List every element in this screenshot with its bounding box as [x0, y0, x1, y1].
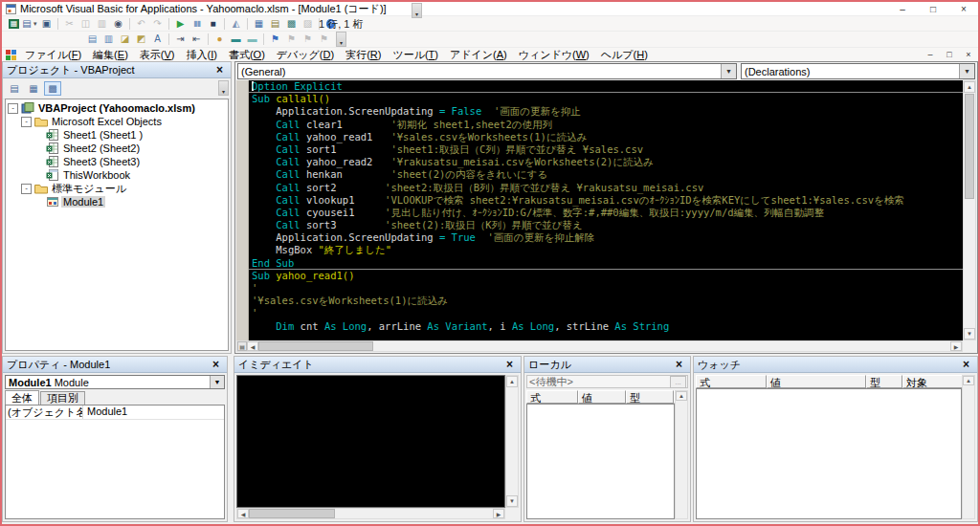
redo-button[interactable]: ↷ [149, 17, 166, 31]
quick-info-button[interactable]: ◪ [117, 33, 133, 46]
view-object-button[interactable]: ▦ [25, 81, 42, 96]
code-line[interactable]: Sub callall() [249, 93, 963, 105]
design-mode-button[interactable]: ◭ [228, 17, 244, 31]
scroll-left-icon[interactable]: ◀ [237, 509, 249, 518]
list-constants-button[interactable]: ▥ [100, 33, 117, 46]
object-dropdown[interactable]: (General) ▼ [237, 63, 737, 79]
chevron-down-icon[interactable]: ▼ [210, 376, 224, 388]
code-line[interactable]: End Sub [249, 257, 963, 270]
mdi-close-button[interactable]: × [963, 49, 974, 59]
mdi-child-icon[interactable] [6, 50, 16, 60]
immediate-close-icon[interactable]: × [502, 359, 517, 371]
code-line[interactable]: ' [249, 307, 963, 319]
locals-grid[interactable] [526, 404, 675, 519]
procedure-dropdown[interactable]: (Declarations) ▼ [741, 63, 975, 79]
code-line[interactable]: Call cyousei1 '見出し貼り付け、ｵｰｸｼｮﾝID:G/標準、数字:… [249, 207, 963, 219]
tree-item-std-module-folder[interactable]: -標準モジュール [6, 182, 228, 195]
close-button[interactable]: × [957, 3, 970, 15]
toggle-folders-button[interactable]: ▩ [44, 81, 61, 96]
property-row[interactable]: (オブジェクト名)Module1 [6, 405, 224, 420]
code-line[interactable]: Dim cnt As Long, arrLine As Variant, i A… [249, 320, 963, 333]
mdi-minimize-button[interactable]: – [924, 49, 936, 59]
view-excel-button[interactable]: ▦ [6, 17, 22, 31]
next-bookmark-button[interactable]: ⚑ [283, 33, 300, 46]
menu-debug[interactable]: デバッグ(D) [271, 48, 340, 62]
copy-button[interactable]: ◫ [78, 17, 94, 31]
watch-grid[interactable] [696, 388, 962, 519]
chevron-down-icon[interactable]: ▼ [721, 64, 736, 78]
properties-tab-all[interactable]: 全体 [5, 390, 39, 405]
menu-addins[interactable]: アドイン(A) [444, 48, 513, 62]
scroll-up-icon[interactable]: ▲ [963, 376, 974, 385]
menu-insert[interactable]: 挿入(I) [180, 48, 222, 62]
code-line[interactable]: Call sort1 'sheet1:取扱日（C列）昇順で並び替え ¥sales… [249, 143, 963, 156]
scroll-down-icon[interactable]: ▼ [964, 328, 975, 340]
toolbox-button[interactable]: ▩ [283, 17, 300, 31]
code-line[interactable]: Sub yahoo_read1() [249, 270, 963, 282]
code-line[interactable]: Application.ScreenUpdating = True '画面の更新… [249, 231, 963, 244]
code-editor[interactable]: Option ExplicitSub callall() Application… [249, 80, 963, 340]
previous-bookmark-button[interactable]: ⚑ [300, 33, 316, 46]
column-header[interactable]: 値 [578, 390, 626, 404]
code-line[interactable]: Call yahoo_read1 '¥sales.csvをWorksheets(… [249, 131, 963, 143]
clear-bookmarks-button[interactable]: ⚑ [316, 33, 332, 46]
column-header[interactable]: 対象 [902, 375, 964, 388]
code-line[interactable]: Call henkan 'sheet(2)の内容をきれいにする [249, 168, 963, 181]
menu-window[interactable]: ウィンドウ(W) [513, 48, 595, 62]
parameter-info-button[interactable]: ◩ [133, 33, 149, 46]
tree-item-sheet3[interactable]: Sheet3 (Sheet3) [6, 155, 228, 168]
scrollbar-thumb[interactable] [965, 94, 974, 199]
toolbar-overflow-handle[interactable]: ▾ [336, 32, 346, 47]
scroll-up-icon[interactable]: ▲ [676, 391, 687, 401]
menu-help[interactable]: ヘルプ(H) [595, 48, 654, 62]
minimize-button[interactable]: – [896, 3, 909, 15]
immediate-content[interactable] [236, 375, 505, 508]
complete-word-button[interactable]: A [149, 33, 166, 46]
list-properties-button[interactable]: ▤ [84, 33, 100, 46]
properties-tab-categorized[interactable]: 項目別 [40, 391, 85, 405]
scrollbar-thumb[interactable] [258, 341, 373, 351]
code-line[interactable]: Application.ScreenUpdating = False '画面の更… [249, 105, 963, 118]
project-explorer-close-icon[interactable]: × [212, 64, 227, 77]
scroll-down-icon[interactable]: ▼ [506, 495, 518, 507]
break-button[interactable]: ▮▮ [189, 17, 205, 31]
code-horizontal-scrollbar[interactable]: ▤ ◀ ▶ [236, 340, 963, 352]
locals-vertical-scrollbar[interactable]: ▲ [675, 390, 688, 519]
menu-format[interactable]: 書式(O) [223, 48, 271, 62]
code-vertical-scrollbar[interactable]: ▲ ▼ [963, 80, 976, 340]
maximize-button[interactable]: □ [926, 3, 940, 15]
column-header[interactable]: 値 [767, 375, 866, 388]
uncomment-block-button[interactable]: ▬ [244, 33, 260, 46]
tree-item-excel-objects-folder[interactable]: -Microsoft Excel Objects [6, 115, 228, 128]
properties-object-dropdown[interactable]: Module1 Module ▼ [5, 375, 225, 389]
scroll-up-icon[interactable]: ▲ [506, 376, 518, 387]
scroll-right-icon[interactable]: ▶ [493, 509, 504, 518]
property-value[interactable]: Module1 [83, 405, 224, 419]
code-line[interactable]: Call yahoo_read2 '¥rakusatsu_meisai.csvを… [249, 156, 963, 168]
column-header[interactable]: 式 [696, 375, 767, 388]
properties-close-icon[interactable]: × [209, 359, 223, 371]
immediate-horizontal-scrollbar[interactable]: ◀ ▶ [236, 508, 505, 519]
tree-item-vbaproject-root[interactable]: -VBAProject (Yahoomaclo.xlsm) [6, 101, 228, 115]
split-handle[interactable]: ▤ [237, 341, 247, 351]
code-line[interactable]: Call vlookup1 'VLOOKUPで検索 sheet2:¥rakusa… [249, 194, 963, 207]
scroll-right-icon[interactable]: ▶ [950, 341, 962, 351]
view-code-button[interactable]: ▤ [6, 81, 23, 96]
toolbar-overflow-handle[interactable]: ▾ [218, 80, 229, 96]
scroll-up-icon[interactable]: ▲ [964, 81, 975, 93]
menu-file[interactable]: ファイル(F) [19, 48, 87, 62]
column-header[interactable]: 式 [526, 390, 578, 404]
object-browser-button[interactable]: ▨ [300, 17, 316, 31]
cut-button[interactable]: ✂ [61, 17, 78, 31]
menu-run[interactable]: 実行(R) [340, 48, 387, 62]
indent-button[interactable]: ⇥ [172, 33, 189, 46]
collapse-icon[interactable]: - [21, 184, 32, 194]
watch-close-icon[interactable]: × [959, 359, 973, 371]
project-explorer-button[interactable]: ▦ [251, 17, 267, 31]
reset-button[interactable]: ■ [205, 17, 221, 31]
code-line[interactable]: Call sort3 'sheet(2):取扱日（K列）昇順で並び替え [249, 219, 963, 231]
scrollbar-thumb[interactable] [249, 509, 335, 518]
toggle-bookmark-button[interactable]: ⚑ [267, 33, 283, 46]
code-line[interactable]: Call sort2 'sheet2:取扱日（B列）昇順で並び替え ¥rakus… [249, 182, 963, 194]
find-button[interactable]: ◉ [110, 17, 126, 31]
